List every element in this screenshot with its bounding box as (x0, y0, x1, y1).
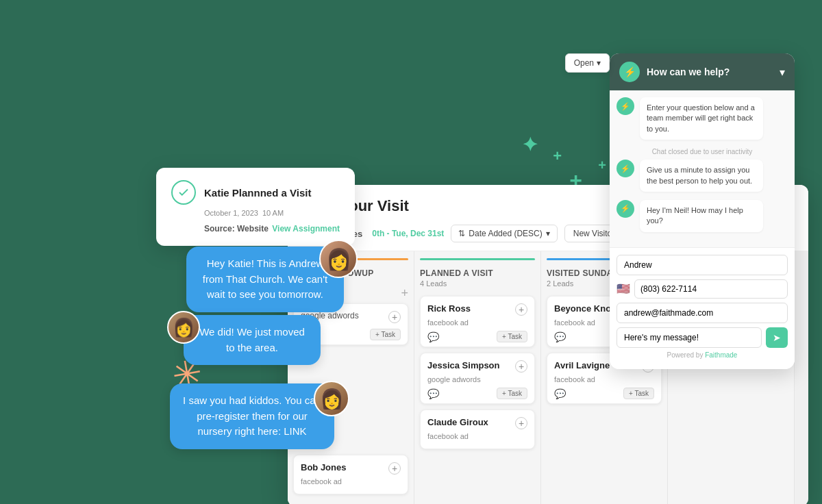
name-input[interactable] (616, 255, 788, 275)
kanban-card-claude: Claude Giroux + facebook ad (420, 410, 535, 449)
widget-icon: ⚡ (619, 62, 640, 82)
msg-avatar-4: ⚡ (616, 200, 634, 218)
msg-avatar-1: ⚡ (616, 97, 634, 115)
powered-text: Powered by (667, 351, 706, 359)
card-source-avril: facebook ad (554, 375, 654, 383)
msg-avatar-3: ⚡ (616, 160, 634, 177)
task-btn-jessica[interactable]: + Task (497, 388, 527, 399)
msg-bubble-3: Give us a minute to assign you the best … (640, 160, 763, 192)
chat-msg-4: ⚡ Hey I'm Neil! How may I help you? (616, 200, 788, 232)
card-name-jessica: Jessica Simpson (427, 360, 500, 370)
view-assignment-link[interactable]: View Assignment (272, 224, 340, 234)
chat-msg-1: ⚡ Enter your question below and a team m… (616, 97, 788, 140)
card-name-claude: Claude Giroux (427, 417, 488, 427)
col-bar-teal (420, 258, 535, 260)
card-add-btn-bob[interactable]: + (388, 462, 401, 475)
col-header-2: Planned a Visit 4 Leads (420, 266, 535, 290)
chat-widget: ⚡ How can we help? ▾ ⚡ Enter your questi… (610, 53, 795, 369)
email-input[interactable] (616, 303, 788, 323)
source-label: Source: Website (204, 224, 269, 234)
open-label: Open (574, 58, 594, 68)
filter-sort-btn[interactable]: ⇅ Date Added (DESC) ▾ (451, 225, 557, 242)
card-source-bob: facebook ad (301, 477, 401, 486)
chevron-open-icon: ▾ (597, 58, 601, 68)
card-add-btn-jessica[interactable]: + (515, 360, 527, 373)
chat-bubble-container-1: Hey Katie! This is Andrew from That Chur… (186, 247, 344, 312)
send-btn[interactable]: ➤ (766, 327, 788, 348)
notif-time: 10 AM (262, 209, 284, 217)
chat-bubble-2: We did! We just moved to the area. (184, 315, 321, 365)
col-name-2: Planned a Visit (420, 268, 535, 278)
chat-status-inactive: Chat closed due to user inactivity (616, 148, 788, 155)
chat-msg-3: ⚡ Give us a minute to assign you the bes… (616, 160, 788, 192)
kanban-card-rick: Rick Ross + facebook ad 💬 + Task (420, 296, 535, 347)
card-source-claude: facebook ad (427, 432, 527, 440)
message-input[interactable] (616, 327, 762, 348)
avatar-katie-3: 👩 (314, 381, 349, 416)
kanban-col-planned: Planned a Visit 4 Leads Rick Ross + face… (414, 251, 541, 504)
deco-plus-2: + (553, 147, 562, 165)
filter-label: Date Added (DESC) (469, 229, 542, 238)
card-name-avril: Avril Lavigne (554, 360, 610, 370)
card-name-bob: Bob Jones (301, 462, 346, 473)
notif-date: October 1, 2023 (204, 209, 258, 217)
msg-bubble-4: Hey I'm Neil! How may I help you? (640, 200, 763, 232)
widget-title: How can we help? (647, 66, 730, 77)
flag-icon: 🇺🇸 (616, 282, 630, 295)
powered-link[interactable]: Faithmade (705, 351, 737, 359)
notification-title: Katie Plannned a Visit (204, 187, 311, 199)
chat-icon-beyonce: 💬 (554, 331, 566, 342)
card-source-jessica: google adwords (427, 375, 527, 383)
date-filter-label: 0th - Tue, Dec 31st (372, 229, 444, 238)
col-add-icon-1[interactable]: + (401, 286, 408, 301)
avatar-katie-1: 👩 (319, 240, 358, 278)
task-btn-google[interactable]: + Task (370, 329, 401, 340)
phone-input[interactable] (634, 279, 788, 299)
check-circle-icon (171, 180, 196, 205)
chat-bubble-container-3: I saw you had kiddos. You can pre-regist… (170, 383, 334, 449)
chat-icon-rick: 💬 (427, 331, 439, 342)
avatar-katie-2: 👩 (167, 311, 200, 344)
card-name-rick: Rick Ross (427, 303, 471, 314)
kanban-card-bob: Bob Jones + facebook ad (293, 455, 408, 494)
deco-plus-1: ✦ (522, 134, 538, 156)
powered-by: Powered by Faithmade (616, 348, 788, 362)
msg-bubble-1: Enter your question below and a team mem… (640, 97, 763, 140)
phone-row: 🇺🇸 (616, 279, 788, 299)
widget-chevron-icon[interactable]: ▾ (780, 66, 785, 79)
col-count-2: 4 Leads (420, 279, 535, 288)
sort-icon: ⇅ (458, 229, 465, 238)
chat-messages-area: ⚡ Enter your question below and a team m… (610, 90, 795, 247)
chat-bubble-3: I saw you had kiddos. You can pre-regist… (170, 383, 334, 449)
notification-card: Katie Plannned a Visit October 1, 2023 1… (156, 168, 355, 246)
chat-form: 🇺🇸 ➤ Powered by Faithmade (610, 247, 795, 369)
chat-widget-header: ⚡ How can we help? ▾ (610, 53, 795, 90)
open-badge[interactable]: Open ▾ (565, 53, 610, 73)
task-btn-rick[interactable]: + Task (497, 331, 527, 342)
chat-icon-jessica: 💬 (427, 388, 439, 399)
chat-icon-avril: 💬 (554, 388, 566, 399)
deco-plus-4: + (598, 158, 606, 173)
task-btn-avril[interactable]: + Task (623, 388, 654, 399)
chat-bubble-container-2: 👩 We did! We just moved to the area. (184, 315, 321, 365)
card-add-btn-google[interactable]: + (388, 311, 401, 323)
card-source-rick: facebook ad (427, 318, 527, 327)
message-input-row: ➤ (616, 327, 788, 348)
notification-meta: October 1, 2023 10 AM (204, 209, 340, 217)
card-add-btn-claude[interactable]: + (515, 417, 527, 429)
chevron-down-icon: ▾ (546, 229, 550, 238)
card-add-btn-rick[interactable]: + (515, 303, 527, 316)
kanban-card-jessica: Jessica Simpson + google adwords 💬 + Tas… (420, 353, 535, 404)
